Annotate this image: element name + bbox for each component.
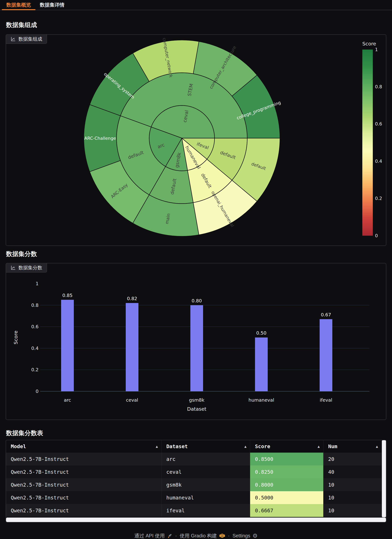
settings-label: Settings (232, 533, 250, 539)
tab-dataset-detail[interactable]: 数据集详情 (35, 0, 69, 10)
colorbar-tick: 0.6 (375, 121, 382, 127)
table-row: Qwen2.5-7B-Instructceval0.825040 (6, 466, 382, 478)
y-tick-label: 0.4 (31, 346, 38, 351)
x-tick-label: humaneval (249, 397, 274, 403)
table-cell[interactable]: 10 (323, 478, 382, 491)
table-cell[interactable]: 20 (323, 452, 382, 466)
score-table-heading: 数据集分数表 (6, 429, 392, 437)
table-cell[interactable]: 0.8500 (250, 452, 323, 466)
gradio-logo-icon (219, 534, 225, 538)
sunburst-panel: 数据集组成 cevalarcgsm8khumanevalifevalSTEMde… (6, 34, 386, 246)
scatter-chart-icon (10, 36, 16, 42)
colorbar-tick: 0 (375, 233, 378, 238)
y-tick-label: 1 (36, 281, 38, 286)
settings-link[interactable]: Settings ⚙ (232, 533, 258, 539)
table-cell[interactable]: 10 (323, 491, 382, 504)
y-tick-label: 0 (36, 389, 38, 394)
sunburst-panel-label-text: 数据集组成 (19, 36, 42, 42)
column-header-dataset[interactable]: Dataset▲ (161, 440, 250, 452)
bar-panel-label-text: 数据集分数 (19, 265, 42, 271)
x-tick-label: gsm8k (189, 397, 204, 403)
table-cell[interactable]: gsm8k (161, 478, 250, 491)
footer-separator: · (228, 533, 230, 539)
table-cell[interactable]: 40 (323, 466, 382, 478)
score-table: Model▲Dataset▲Score▲Num▲ Qwen2.5-7B-Inst… (6, 440, 386, 522)
tab-label: 数据集详情 (40, 2, 64, 8)
sort-ascending-icon[interactable]: ▲ (376, 444, 378, 448)
bar-humaneval[interactable] (255, 337, 268, 391)
column-header-label: Score (255, 443, 270, 449)
bar-ceval[interactable] (126, 303, 138, 391)
bar-gsm8k[interactable] (190, 305, 203, 391)
colorbar-title: Score (362, 41, 376, 47)
table-row: Qwen2.5-7B-Instructifeval0.666710 (6, 504, 382, 517)
table-row: Qwen2.5-7B-Instructarc0.850020 (6, 452, 382, 466)
bar-value-label: 0.82 (127, 296, 137, 301)
table-vertical-scrollbar[interactable] (382, 440, 386, 517)
tab-dataset-overview[interactable]: 数据集概览 (2, 0, 35, 10)
bar-value-label: 0.67 (321, 312, 331, 318)
column-header-score[interactable]: Score▲ (250, 440, 323, 452)
x-axis-title: Dataset (187, 406, 206, 412)
bar-value-label: 0.80 (192, 298, 202, 303)
scores-heading: 数据集分数 (6, 250, 392, 258)
built-with-gradio-link[interactable]: 使用 Gradio 构建 (180, 533, 225, 539)
table-cell[interactable]: arc (161, 452, 250, 466)
table-cell[interactable]: Qwen2.5-7B-Instruct (6, 452, 161, 466)
table-cell[interactable]: humaneval (161, 491, 250, 504)
column-header-model[interactable]: Model▲ (6, 440, 161, 452)
sort-ascending-icon[interactable]: ▲ (244, 444, 247, 448)
table-cell[interactable]: 0.5000 (250, 491, 323, 504)
gear-icon: ⚙ (252, 533, 258, 539)
rocket-icon (167, 533, 172, 539)
column-header-label: Model (11, 443, 26, 449)
bar-value-label: 0.50 (256, 330, 266, 336)
composition-heading: 数据集组成 (6, 21, 392, 29)
table-cell[interactable]: ifeval (161, 504, 250, 517)
colorbar-tick: 1 (375, 47, 378, 52)
bar-arc[interactable] (61, 300, 74, 391)
sort-ascending-icon[interactable]: ▲ (318, 444, 320, 448)
tab-bar: 数据集概览 数据集详情 (0, 0, 392, 10)
footer-separator: · (175, 533, 177, 539)
table-header-row: Model▲Dataset▲Score▲Num▲ (6, 440, 382, 452)
y-axis-title: Score (13, 331, 19, 344)
sunburst-label: ARC-Challenge (84, 136, 116, 141)
colorbar-tick: 0.2 (375, 196, 382, 201)
column-header-label: Dataset (166, 443, 188, 449)
sunburst-panel-label: 数据集组成 (6, 34, 47, 44)
table-cell[interactable]: Qwen2.5-7B-Instruct (6, 466, 161, 478)
bar-panel: 数据集分数 10.80.60.40.200.85arc0.82ceval0.80… (6, 263, 386, 420)
x-tick-label: ifeval (320, 397, 332, 403)
y-tick-label: 0.2 (31, 367, 38, 372)
use-via-api-link[interactable]: 通过 API 使用 (134, 533, 172, 539)
colorbar-tick: 0.4 (375, 159, 382, 164)
colorbar-tick: 0.8 (375, 84, 382, 89)
column-header-label: Num (328, 443, 337, 449)
table-cell[interactable]: Qwen2.5-7B-Instruct (6, 491, 161, 504)
table-cell[interactable]: 0.8250 (250, 466, 323, 478)
bar-chart: 10.80.60.40.200.85arc0.82ceval0.80gsm8k0… (6, 263, 386, 419)
sort-ascending-icon[interactable]: ▲ (156, 444, 158, 448)
bar-ifeval[interactable] (320, 319, 332, 391)
bar-panel-label: 数据集分数 (6, 263, 47, 273)
column-header-num[interactable]: Num▲ (323, 440, 382, 452)
table-cell[interactable]: Qwen2.5-7B-Instruct (6, 504, 161, 517)
bar-value-label: 0.85 (62, 293, 73, 298)
scatter-chart-icon (10, 265, 16, 270)
y-tick-label: 0.8 (31, 303, 38, 308)
colorbar (362, 49, 373, 236)
x-tick-label: ceval (126, 397, 138, 403)
footer: 通过 API 使用 · 使用 Gradio 构建 · Settings ⚙ (0, 533, 392, 539)
table-cell[interactable]: 0.6667 (250, 504, 323, 517)
table-cell[interactable]: 0.8000 (250, 478, 323, 491)
table-cell[interactable]: ceval (161, 466, 250, 478)
tab-label: 数据集概览 (6, 2, 31, 8)
x-tick-label: arc (64, 397, 71, 403)
table-cell[interactable]: Qwen2.5-7B-Instruct (6, 478, 161, 491)
table-horizontal-scrollbar[interactable] (6, 518, 386, 522)
table-cell[interactable]: 10 (323, 504, 382, 517)
use-via-api-label: 通过 API 使用 (134, 533, 165, 539)
built-with-gradio-label: 使用 Gradio 构建 (180, 533, 217, 539)
sunburst-chart: cevalarcgsm8khumanevalifevalSTEMdefaultd… (6, 35, 386, 245)
